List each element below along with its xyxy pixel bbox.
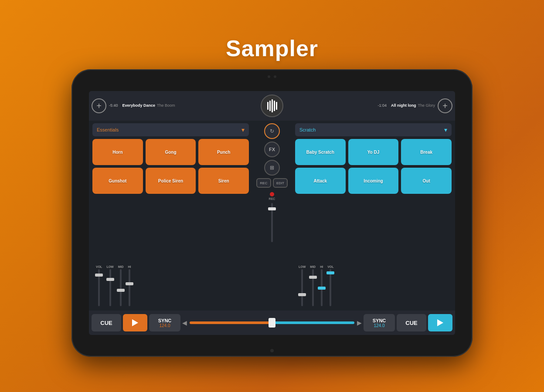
pad-siren[interactable]: Siren — [198, 168, 249, 194]
right-add-button[interactable]: + — [438, 98, 452, 113]
left-cue-button[interactable]: CUE — [92, 314, 121, 331]
tablet-outer: + -5:40 Everybody Dance The Boom — [71, 69, 473, 357]
pad-gunshot[interactable]: Gunshot — [92, 168, 143, 194]
pad-incoming[interactable]: Incoming — [348, 168, 399, 194]
cf-left-arrow[interactable]: ◀ — [182, 319, 187, 326]
left-dropdown-arrow: ▾ — [241, 126, 245, 133]
center-logo — [261, 95, 283, 117]
camera-dot-right — [274, 75, 276, 78]
crossfader-area: ◀ ▶ — [182, 319, 362, 326]
right-mid-fader: MID — [310, 265, 316, 306]
page-title: Sampler — [226, 35, 318, 61]
left-deck-panel: Essentials ▾ Horn Gong Punch Gunshot Pol… — [89, 121, 252, 311]
cf-right-arrow[interactable]: ▶ — [357, 319, 362, 326]
left-dropdown[interactable]: Essentials ▾ — [92, 123, 249, 136]
right-mid-handle[interactable] — [309, 276, 317, 279]
master-fader — [271, 203, 273, 308]
left-vol-fader: VOL — [96, 265, 102, 306]
left-pads-grid: Horn Gong Punch Gunshot Police Siren Sir… — [92, 139, 249, 194]
right-track-title: All night long — [391, 103, 416, 108]
right-low-handle[interactable] — [298, 293, 306, 296]
left-track-info: -5:40 Everybody Dance The Boom — [109, 103, 258, 108]
right-play-button[interactable] — [428, 314, 452, 331]
left-faders: VOL LOW MID — [92, 196, 249, 308]
left-low-fader: LOW — [106, 265, 113, 306]
grid-button[interactable]: ⊞ — [264, 160, 280, 176]
rec-edit-row: REC EDIT — [256, 178, 288, 188]
pad-gong[interactable]: Gong — [146, 139, 196, 165]
right-hi-fader: HI — [320, 265, 323, 306]
master-fader-handle[interactable] — [268, 207, 276, 210]
right-dropdown-label: Scratch — [299, 127, 316, 132]
transport-bar: CUE SYNC 124.0 ◀ ▶ SYNC 124.0 CUE — [89, 311, 455, 335]
left-hi-handle[interactable] — [126, 282, 133, 285]
right-low-fader: LOW — [299, 265, 306, 306]
rec-dot — [270, 192, 274, 196]
right-vol-fader: VOL — [327, 265, 333, 306]
left-dropdown-label: Essentials — [97, 127, 119, 132]
sync-icon-btn[interactable]: ↻ — [264, 123, 280, 139]
right-sync-button[interactable]: SYNC 124.0 — [364, 314, 395, 331]
left-deck: -5:40 Everybody Dance The Boom — [109, 103, 258, 108]
left-sync-label: SYNC — [158, 318, 172, 323]
center-panel: ↻ FX ⊞ REC EDIT REC — [252, 121, 292, 311]
pad-yo-dj[interactable]: Yo DJ — [348, 139, 399, 165]
left-sync-bpm: 124.0 — [159, 323, 170, 328]
tablet-screen: + -5:40 Everybody Dance The Boom — [89, 91, 455, 335]
pad-horn[interactable]: Horn — [92, 139, 143, 165]
pad-baby-scratch[interactable]: Baby Scratch — [295, 139, 346, 165]
right-sync-bpm: 124.0 — [374, 323, 384, 328]
left-mid-fader: MID — [118, 265, 124, 306]
left-low-handle[interactable] — [106, 278, 114, 281]
main-content: Essentials ▾ Horn Gong Punch Gunshot Pol… — [89, 121, 455, 311]
right-faders: LOW MID HI — [295, 196, 452, 308]
right-pads-grid: Baby Scratch Yo DJ Break Attack Incoming… — [295, 139, 452, 194]
crossfader-handle[interactable] — [269, 318, 275, 328]
right-dropdown-arrow: ▾ — [444, 126, 447, 133]
left-mid-handle[interactable] — [117, 289, 125, 292]
left-track-time: -5:40 — [109, 103, 118, 108]
right-dropdown[interactable]: Scratch ▾ — [295, 123, 452, 136]
right-sync-label: SYNC — [373, 318, 386, 323]
left-track-artist: The Boom — [157, 103, 175, 108]
right-deck: -1:04 All night long The Glory — [286, 103, 435, 108]
rec-button[interactable]: REC — [256, 178, 271, 188]
pad-break[interactable]: Break — [401, 139, 452, 165]
right-hi-handle[interactable] — [318, 287, 326, 290]
pad-police-siren[interactable]: Police Siren — [146, 168, 196, 194]
rec-indicator: REC — [269, 192, 275, 200]
right-vol-handle[interactable] — [326, 271, 334, 274]
camera-dot-left — [268, 75, 270, 78]
fx-button[interactable]: FX — [264, 142, 280, 157]
right-track-artist: The Glory — [418, 103, 435, 108]
edit-button[interactable]: EDIT — [273, 178, 288, 188]
right-track-time: -1:04 — [377, 103, 387, 108]
left-hi-fader: HI — [128, 265, 131, 306]
left-track-title: Everybody Dance — [122, 103, 156, 108]
waveform-bar: + -5:40 Everybody Dance The Boom — [89, 91, 455, 121]
right-play-icon — [437, 319, 443, 326]
left-vol-handle[interactable] — [95, 274, 103, 277]
left-play-button[interactable] — [123, 314, 147, 331]
crossfader-track — [190, 321, 354, 324]
pad-out[interactable]: Out — [401, 168, 452, 194]
left-play-icon — [132, 319, 138, 326]
pad-punch[interactable]: Punch — [198, 139, 249, 165]
left-add-button[interactable]: + — [92, 98, 106, 113]
home-button[interactable] — [270, 349, 274, 352]
right-cue-button[interactable]: CUE — [397, 314, 426, 331]
pad-attack[interactable]: Attack — [295, 168, 346, 194]
right-track-info: -1:04 All night long The Glory — [286, 103, 435, 108]
right-deck-panel: Scratch ▾ Baby Scratch Yo DJ Break Attac… — [292, 121, 455, 311]
left-sync-button[interactable]: SYNC 124.0 — [149, 314, 180, 331]
